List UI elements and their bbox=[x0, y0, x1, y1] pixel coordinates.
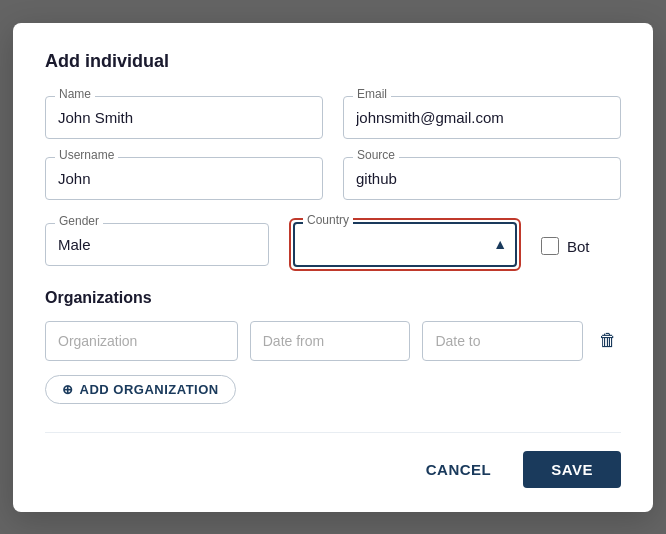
modal-title: Add individual bbox=[45, 51, 621, 72]
bot-checkbox[interactable] bbox=[541, 237, 559, 255]
add-circle-icon: ⊕ bbox=[62, 382, 74, 397]
organization-input-group bbox=[45, 321, 238, 361]
name-email-row: Name Email bbox=[45, 96, 621, 139]
gender-field-group: Gender bbox=[45, 223, 269, 266]
delete-org-button[interactable]: 🗑 bbox=[595, 326, 621, 355]
date-to-input[interactable] bbox=[422, 321, 583, 361]
country-select[interactable]: United States United Kingdom Canada Aust… bbox=[293, 222, 517, 267]
source-field-group: Source bbox=[343, 157, 621, 200]
date-to-input-group bbox=[422, 321, 583, 361]
bot-group: Bot bbox=[541, 233, 621, 255]
username-input[interactable] bbox=[45, 157, 323, 200]
gender-label: Gender bbox=[55, 214, 103, 228]
username-source-row: Username Source bbox=[45, 157, 621, 200]
modal-overlay: Add individual Name Email Username Sourc… bbox=[0, 0, 666, 534]
email-field-group: Email bbox=[343, 96, 621, 139]
date-from-input-group bbox=[250, 321, 411, 361]
delete-icon: 🗑 bbox=[599, 330, 617, 351]
date-from-input[interactable] bbox=[250, 321, 411, 361]
cancel-button[interactable]: CANCEL bbox=[406, 451, 512, 488]
modal-footer: CANCEL SAVE bbox=[45, 432, 621, 488]
username-field-group: Username bbox=[45, 157, 323, 200]
username-label: Username bbox=[55, 148, 118, 162]
bot-label[interactable]: Bot bbox=[567, 238, 590, 255]
save-button[interactable]: SAVE bbox=[523, 451, 621, 488]
name-field-group: Name bbox=[45, 96, 323, 139]
name-input[interactable] bbox=[45, 96, 323, 139]
organization-input[interactable] bbox=[45, 321, 238, 361]
add-individual-modal: Add individual Name Email Username Sourc… bbox=[13, 23, 653, 512]
email-input[interactable] bbox=[343, 96, 621, 139]
org-row: 🗑 bbox=[45, 321, 621, 361]
country-inner: Country United States United Kingdom Can… bbox=[293, 222, 517, 267]
gender-input[interactable] bbox=[45, 223, 269, 266]
organizations-title: Organizations bbox=[45, 289, 621, 307]
add-organization-button[interactable]: ⊕ ADD ORGANIZATION bbox=[45, 375, 236, 404]
name-label: Name bbox=[55, 87, 95, 101]
email-label: Email bbox=[353, 87, 391, 101]
country-field-wrapper: Country United States United Kingdom Can… bbox=[289, 218, 521, 271]
source-label: Source bbox=[353, 148, 399, 162]
add-org-label: ADD ORGANIZATION bbox=[80, 382, 219, 397]
gender-country-row: Gender Country United States United King… bbox=[45, 218, 621, 271]
country-label: Country bbox=[303, 213, 353, 227]
source-input[interactable] bbox=[343, 157, 621, 200]
